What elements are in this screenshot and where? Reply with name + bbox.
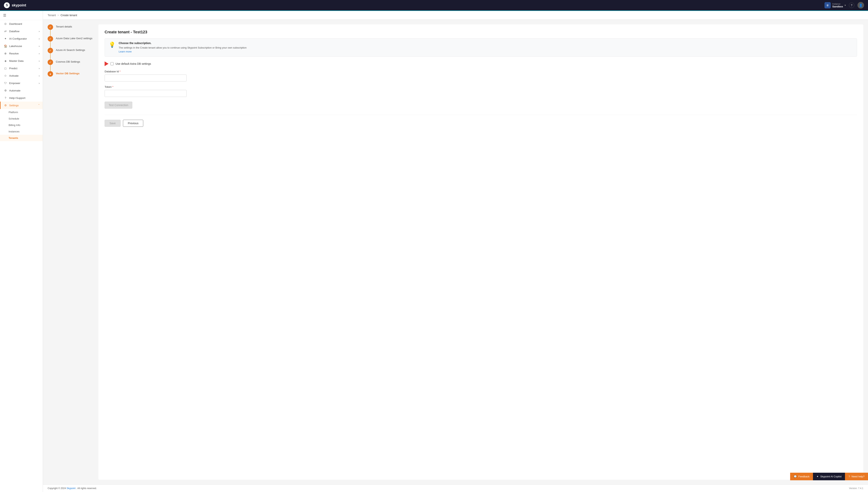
help-button[interactable]: ? xyxy=(849,3,854,8)
step-label-azure-datalake: Azure Data Lake Gen2 settings xyxy=(56,36,93,40)
breadcrumb: Tenant > Create tenant xyxy=(43,11,868,20)
feedback-icon: 💬 xyxy=(794,475,797,478)
instance-label: Instance xyxy=(832,3,843,5)
step-circle-vector-db: ● xyxy=(48,71,53,77)
sidebar-label-resolve: Resolve xyxy=(9,52,19,55)
dataflow-icon: ⇄ xyxy=(4,29,7,33)
save-button[interactable]: Save xyxy=(104,120,121,127)
database-id-input[interactable] xyxy=(104,74,187,81)
step-circle-azure-ai-search: ✓ xyxy=(48,48,53,53)
step-label-cosmos-db: Cosmos DB Settings xyxy=(56,59,80,63)
sidebar-item-master-data[interactable]: ◈ Master Data › xyxy=(0,57,43,65)
info-content: Choose the subscription. The settings in… xyxy=(119,42,247,53)
info-title: Choose the subscription. xyxy=(119,42,247,45)
sidebar-item-predict[interactable]: ◻ Predict › xyxy=(0,65,43,72)
breadcrumb-current: Create tenant xyxy=(61,14,77,17)
sidebar-label-lakehouse: Lakehouse xyxy=(9,45,22,48)
logo-area: S skypoint xyxy=(4,2,26,8)
steps-panel: ✓ Tenant details ✓ Azure Data Lake Gen2 … xyxy=(48,24,94,480)
info-box: 💡 Choose the subscription. The settings … xyxy=(104,38,857,57)
copilot-icon: ✦ xyxy=(817,475,819,478)
sidebar-label-settings: Settings xyxy=(9,104,19,107)
learn-more-link[interactable]: Learn more xyxy=(119,50,132,53)
sidebar-label-activate: Activate xyxy=(9,74,19,77)
previous-button[interactable]: Previous xyxy=(123,120,143,127)
empower-icon: 🛡 xyxy=(4,81,7,85)
chevron-down-icon: ▾ xyxy=(845,4,846,7)
form-title: Create tenant - Test123 xyxy=(104,30,857,34)
step-label-tenant-details: Tenant details xyxy=(56,24,72,28)
sidebar-label-ai-configurator: AI Configurator xyxy=(9,37,27,40)
dashboard-icon: ⊙ xyxy=(4,22,7,26)
sidebar-item-dashboard[interactable]: ⊙ Dashboard xyxy=(0,20,43,27)
top-header: S skypoint 🖥 Instance Sandbox ▾ ? 👤 xyxy=(0,0,868,11)
copilot-button[interactable]: ✦ Skypoint AI Copilot xyxy=(813,473,845,480)
floating-buttons: 💬 Feedback ✦ Skypoint AI Copilot ? Need … xyxy=(790,473,868,480)
sidebar-item-schedule[interactable]: Schedule xyxy=(0,116,43,122)
sidebar-label-help-support: Help+Support xyxy=(9,97,25,99)
sidebar-item-tenants[interactable]: Tenants xyxy=(0,135,43,141)
sidebar: ☰ ⊙ Dashboard ⇄ Dataflow › ✦ AI Configur… xyxy=(0,11,43,492)
need-help-button[interactable]: ? Need help? xyxy=(845,473,868,480)
sidebar-item-instances[interactable]: Instances xyxy=(0,128,43,135)
chevron-icon-dataflow: › xyxy=(39,30,40,33)
info-description: The settings in the Create tenant allow … xyxy=(119,46,247,53)
version-text: Version: 7.4.1 xyxy=(849,487,863,490)
default-astra-label: Use default Astra DB settings xyxy=(116,62,151,65)
chevron-icon-resolve: › xyxy=(39,52,40,55)
instance-text: Instance Sandbox xyxy=(832,3,843,8)
avatar[interactable]: 👤 xyxy=(858,2,864,8)
sidebar-item-activate[interactable]: ✩ Activate › xyxy=(0,72,43,79)
checkbox-row-container: Use default Astra DB settings xyxy=(104,62,857,66)
sidebar-toggle[interactable]: ☰ xyxy=(0,11,43,20)
chevron-icon-settings: ˄ xyxy=(38,104,40,107)
sidebar-item-platform[interactable]: Platform xyxy=(0,109,43,116)
settings-sub-items: Platform Schedule Billing Info Instances… xyxy=(0,109,43,141)
token-required: * xyxy=(112,85,113,88)
sidebar-item-lakehouse[interactable]: 🏠 Lakehouse › xyxy=(0,42,43,50)
default-astra-checkbox[interactable] xyxy=(111,62,114,65)
ai-configurator-icon: ✦ xyxy=(4,37,7,40)
lakehouse-icon: 🏠 xyxy=(4,44,7,48)
chevron-icon-activate: › xyxy=(39,74,40,77)
form-panel: Create tenant - Test123 💡 Choose the sub… xyxy=(98,24,863,480)
automate-icon: ⚙ xyxy=(4,89,7,92)
step-label-azure-ai-search: Azure AI Search Settings xyxy=(56,48,85,51)
need-help-icon: ? xyxy=(848,475,850,478)
token-label: Token * xyxy=(104,85,857,88)
sidebar-item-empower[interactable]: 🛡 Empower › xyxy=(0,79,43,87)
sidebar-item-dataflow[interactable]: ⇄ Dataflow › xyxy=(0,27,43,35)
sidebar-label-master-data: Master Data xyxy=(9,59,24,63)
chevron-icon-lakehouse: › xyxy=(39,45,40,48)
chevron-icon-predict: › xyxy=(39,67,40,70)
chevron-icon-empower: › xyxy=(39,82,40,84)
breadcrumb-parent[interactable]: Tenant xyxy=(48,14,56,17)
step-circle-cosmos-db: ✓ xyxy=(48,59,53,65)
sidebar-item-help-support[interactable]: ? Help+Support xyxy=(0,94,43,102)
sidebar-item-resolve[interactable]: ⊕ Resolve › xyxy=(0,50,43,57)
step-vector-db: ● Vector DB Settings xyxy=(48,71,94,77)
step-azure-datalake: ✓ Azure Data Lake Gen2 settings xyxy=(48,36,94,42)
database-id-required: * xyxy=(120,70,121,73)
step-circle-tenant-details: ✓ xyxy=(48,24,53,30)
logo-icon: S xyxy=(4,2,10,8)
feedback-button[interactable]: 💬 Feedback xyxy=(790,473,813,480)
step-cosmos-db: ✓ Cosmos DB Settings xyxy=(48,59,94,65)
sidebar-item-billing-info[interactable]: Billing Info xyxy=(0,122,43,128)
copyright-brand-link[interactable]: Skypoint xyxy=(67,487,75,490)
token-input[interactable] xyxy=(104,90,187,97)
form-actions: Save Previous xyxy=(104,115,857,127)
sidebar-label-predict: Predict xyxy=(9,67,17,70)
breadcrumb-separator: > xyxy=(57,14,59,17)
resolve-icon: ⊕ xyxy=(4,52,7,55)
sidebar-item-settings[interactable]: ⚙ Settings ˄ xyxy=(0,102,43,109)
database-id-group: Database Id * xyxy=(104,70,857,81)
token-group: Token * xyxy=(104,85,857,97)
database-id-label: Database Id * xyxy=(104,70,857,73)
test-connection-button[interactable]: Test Connection xyxy=(104,102,132,108)
step-azure-ai-search: ✓ Azure AI Search Settings xyxy=(48,48,94,53)
main-content: ✓ Tenant details ✓ Azure Data Lake Gen2 … xyxy=(43,20,868,484)
sidebar-item-ai-configurator[interactable]: ✦ AI Configurator › xyxy=(0,35,43,42)
instance-badge[interactable]: 🖥 Instance Sandbox ▾ xyxy=(824,2,846,8)
sidebar-item-automate[interactable]: ⚙ Automate xyxy=(0,87,43,94)
